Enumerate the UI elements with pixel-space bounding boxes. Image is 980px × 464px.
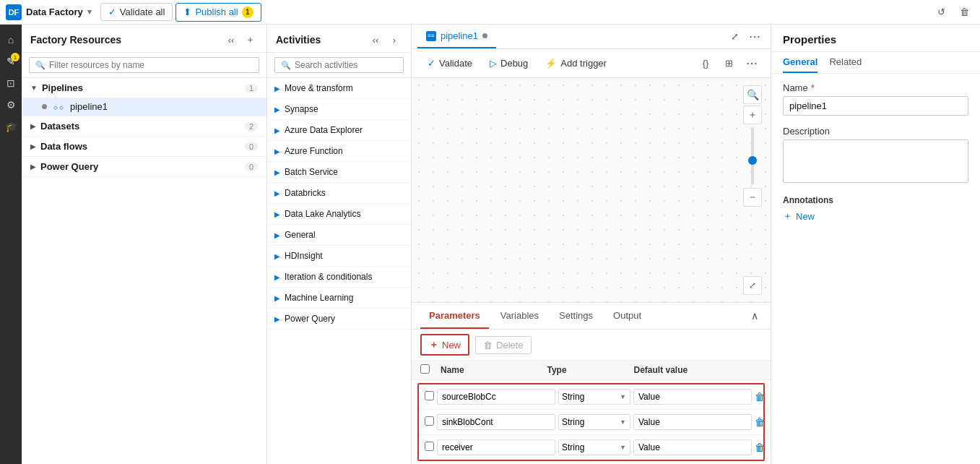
expand-canvas-icon[interactable]: ⤢ (724, 27, 745, 47)
activity-azure-function[interactable]: ▶ Azure Function (267, 141, 411, 162)
debug-play-icon: ▷ (490, 58, 497, 69)
param-type-select-1[interactable]: String Bool Int (558, 414, 630, 430)
param-type-select-2[interactable]: String Bool Int (558, 439, 630, 455)
properties-title: Properties (771, 25, 980, 52)
activity-databricks[interactable]: ▶ Databricks (267, 183, 411, 204)
validate-all-button[interactable]: ✓ Validate all (100, 3, 173, 21)
factory-filter-input[interactable] (49, 60, 253, 70)
param-default-input-1[interactable] (633, 414, 752, 430)
activities-collapse-button[interactable]: ‹‹ (368, 32, 383, 48)
powerquery-section-left: ▶ Power Query (30, 161, 98, 172)
dataflows-section-header[interactable]: ▶ Data flows 0 (22, 137, 266, 156)
datasets-section-left: ▶ Datasets (30, 121, 79, 132)
param-default-input-2[interactable] (633, 439, 752, 455)
tab-parameters[interactable]: Parameters (420, 303, 489, 329)
activity-label-11: Power Query (285, 314, 335, 324)
debug-button[interactable]: ▷ Debug (482, 55, 535, 72)
prop-name-input[interactable] (783, 96, 968, 116)
param-name-input-1[interactable] (437, 414, 555, 430)
activities-search-container: 🔍 (267, 53, 411, 78)
factory-search-box: 🔍 (29, 57, 259, 73)
zoom-slider-track (751, 127, 754, 185)
activity-power-query[interactable]: ▶ Power Query (267, 309, 411, 330)
activity-batch-service[interactable]: ▶ Batch Service (267, 162, 411, 183)
parameters-delete-button[interactable]: 🗑 Delete (475, 336, 532, 354)
canvas-toolbar: ✓ Validate ▷ Debug ⚡ Add trigger {} ⊞ ⋯ (412, 49, 771, 78)
datasets-section-header[interactable]: ▶ Datasets 2 (22, 116, 266, 136)
activity-move-transform[interactable]: ▶ Move & transform (267, 78, 411, 99)
parameters-new-button[interactable]: ＋ New (420, 334, 469, 356)
prop-tab-related[interactable]: Related (829, 52, 862, 73)
add-trigger-icon: ⚡ (545, 58, 557, 69)
tab-variables[interactable]: Variables (492, 303, 547, 329)
param-checkbox-2[interactable] (425, 442, 434, 451)
sidebar-icon-edit[interactable]: ✎ 1 (1, 52, 20, 71)
tab-settings[interactable]: Settings (550, 303, 602, 329)
publish-all-button[interactable]: ⬆ Publish all 1 (175, 3, 261, 22)
sidebar-icon-learn[interactable]: 🎓 (1, 117, 20, 136)
sidebar-icon-monitor[interactable]: ⊡ (1, 74, 20, 93)
brand-chevron[interactable]: ▾ (87, 7, 92, 17)
pipeline-tab-bar: ≡≡ pipeline1 ⤢ ⋯ (412, 25, 771, 49)
pipelines-section-header[interactable]: ▼ Pipelines 1 (22, 78, 266, 98)
prop-description-textarea[interactable] (783, 139, 968, 183)
param-delete-btn-1[interactable]: 🗑 (755, 413, 765, 431)
zoom-search-button[interactable]: 🔍 (743, 85, 762, 104)
debug-btn-label: Debug (500, 58, 528, 69)
properties-tabs: General Related (771, 52, 980, 74)
prop-tab-general[interactable]: General (783, 52, 818, 73)
parameters-actions: ＋ New 🗑 Delete (412, 330, 771, 361)
annotations-new-button[interactable]: ＋ New (783, 210, 968, 223)
sidebar-icon-home[interactable]: ⌂ (1, 30, 20, 49)
dataflows-count: 0 (245, 142, 258, 151)
factory-add-button[interactable]: ＋ (242, 32, 258, 48)
pipeline1-tab-label: pipeline1 (441, 30, 478, 41)
code-view-button[interactable]: {} (695, 53, 716, 74)
zoom-slider-thumb[interactable] (748, 156, 757, 165)
activity-data-lake-analytics[interactable]: ▶ Data Lake Analytics (267, 204, 411, 225)
activities-search-icon: 🔍 (281, 61, 291, 70)
zoom-out-button[interactable]: － (743, 188, 762, 207)
activity-general[interactable]: ▶ General (267, 225, 411, 246)
activity-label-6: Data Lake Analytics (285, 209, 360, 219)
pipeline1-item[interactable]: ⬦⬦ pipeline1 (22, 98, 266, 116)
powerquery-section-header[interactable]: ▶ Power Query 0 (22, 157, 266, 176)
params-header-name: Name (441, 365, 547, 375)
activity-synapse[interactable]: ▶ Synapse (267, 99, 411, 120)
delete-button[interactable]: 🗑 (954, 2, 974, 22)
param-checkbox-1[interactable] (425, 416, 434, 426)
refresh-button[interactable]: ↺ (931, 2, 951, 22)
param-checkbox-0[interactable] (425, 391, 434, 400)
activity-iteration-conditionals[interactable]: ▶ Iteration & conditionals (267, 267, 411, 288)
canvas-toolbar-more-button[interactable]: ⋯ (742, 53, 762, 74)
pipeline1-tab[interactable]: ≡≡ pipeline1 (417, 25, 496, 48)
activity-machine-learning[interactable]: ▶ Machine Learning (267, 288, 411, 309)
param-name-input-2[interactable] (437, 439, 555, 455)
canvas-more-icon[interactable]: ⋯ (745, 27, 765, 47)
bottom-panel-collapse-button[interactable]: ∧ (745, 306, 765, 326)
tab-parameters-label: Parameters (429, 310, 480, 321)
param-type-select-0[interactable]: String Bool Int (558, 389, 630, 405)
param-default-input-0[interactable] (633, 389, 752, 405)
activity-hdinsight[interactable]: ▶ HDInsight (267, 246, 411, 267)
activity-azure-data-explorer[interactable]: ▶ Azure Data Explorer (267, 120, 411, 141)
edit-badge: 1 (11, 53, 19, 61)
table-view-button[interactable]: ⊞ (719, 53, 739, 74)
add-trigger-button[interactable]: ⚡ Add trigger (538, 55, 614, 72)
zoom-in-button[interactable]: ＋ (743, 106, 762, 124)
params-select-all[interactable] (420, 364, 430, 374)
validate-button[interactable]: ✓ Validate (420, 55, 480, 72)
prop-name-label-text: Name (783, 82, 808, 93)
canvas-resize-button[interactable]: ⤢ (743, 276, 762, 295)
param-delete-btn-2[interactable]: 🗑 (755, 439, 765, 456)
param-delete-btn-0[interactable]: 🗑 (755, 388, 765, 405)
activities-minimize-button[interactable]: › (386, 32, 402, 48)
tab-output[interactable]: Output (604, 303, 650, 329)
activities-search-input[interactable] (295, 60, 403, 70)
activity-chevron-10: ▶ (274, 294, 280, 302)
param-name-input-0[interactable] (437, 389, 555, 405)
dataflows-section: ▶ Data flows 0 (22, 137, 266, 157)
canvas-content: 🔍 ＋ － ⤢ (412, 78, 771, 302)
sidebar-icon-manage[interactable]: ⚙ (1, 95, 20, 114)
factory-collapse-button[interactable]: ‹‹ (223, 32, 239, 48)
